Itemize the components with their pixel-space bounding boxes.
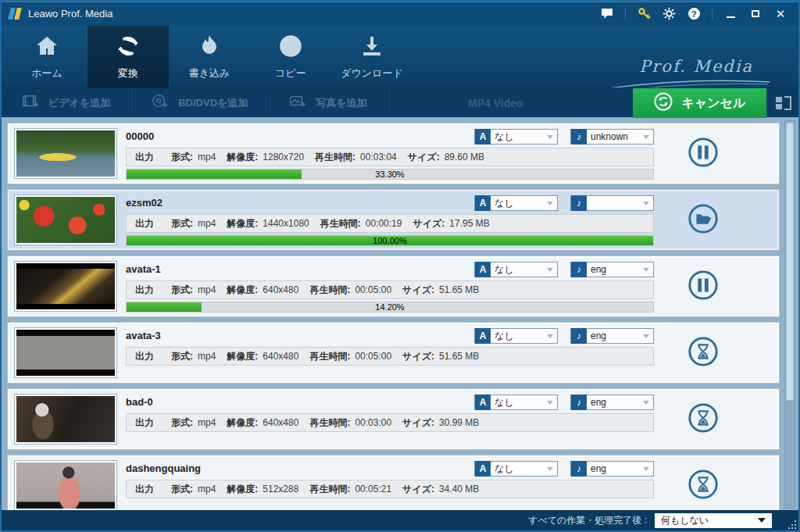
- disc-add-icon: [152, 94, 169, 112]
- settings-gear-icon[interactable]: [659, 6, 679, 22]
- app-window: Leawo Prof. Media ? ✕ ホーム: [0, 0, 800, 532]
- register-key-icon[interactable]: [634, 6, 654, 22]
- audio-select[interactable]: ♪: [570, 195, 654, 211]
- task-row[interactable]: 00000 A なし ♪ unknown: [7, 123, 780, 184]
- file-name: bad-0: [126, 395, 153, 412]
- duration-label: 再生時間:: [309, 416, 350, 430]
- subtitle-select[interactable]: A なし: [474, 328, 558, 344]
- size-value: 30.99 MB: [439, 417, 479, 428]
- audio-select[interactable]: ♪ unknown: [570, 129, 654, 145]
- duration-label: 再生時間:: [320, 217, 361, 230]
- output-label: 出力: [135, 416, 154, 430]
- output-label: 出力: [135, 151, 154, 164]
- toolbar: ビデオを追加 BD/DVDを追加 写真を追加 MP4 Video キャンセル: [2, 87, 798, 117]
- chevron-down-icon: [643, 401, 649, 405]
- help-icon[interactable]: ?: [684, 6, 704, 22]
- titlebar-separator: [712, 9, 712, 20]
- add-photo-button[interactable]: 写真を追加: [269, 88, 387, 117]
- convert-arrows-icon: [116, 34, 141, 61]
- audio-select[interactable]: ♪ eng: [570, 262, 654, 277]
- flame-icon: [197, 34, 222, 61]
- maximize-button[interactable]: [745, 6, 766, 22]
- audio-value: eng: [587, 397, 643, 408]
- format-value: mp4: [198, 484, 216, 495]
- video-thumbnail: [15, 328, 116, 377]
- progress-percent: 33.30%: [127, 170, 653, 180]
- film-add-icon: [22, 94, 39, 112]
- subtitle-select[interactable]: A なし: [474, 461, 558, 477]
- output-label: 出力: [135, 217, 154, 230]
- duration-value: 00:03:04: [360, 152, 397, 162]
- tab-convert[interactable]: 変換: [88, 26, 169, 87]
- chevron-down-icon: [643, 268, 649, 272]
- toolbar-separator: [388, 88, 388, 117]
- open-folder-button[interactable]: [687, 202, 720, 238]
- format-value: mp4: [198, 417, 216, 428]
- format-value: mp4: [198, 218, 216, 229]
- titlebar-separator: [625, 9, 626, 20]
- chevron-down-icon: [643, 135, 649, 139]
- task-row[interactable]: dashengquaing A なし ♪ eng: [7, 455, 780, 510]
- size-label: サイズ:: [412, 217, 445, 230]
- after-task-select[interactable]: 何もしない: [655, 513, 772, 528]
- resolution-label: 解像度:: [227, 284, 258, 297]
- subtitle-icon: A: [475, 262, 491, 277]
- duration-value: 00:05:00: [355, 351, 391, 362]
- tab-label: 変換: [118, 66, 138, 80]
- add-bd-dvd-button[interactable]: BD/DVDを追加: [131, 88, 268, 117]
- video-thumbnail: [15, 195, 116, 245]
- task-row[interactable]: bad-0 A なし ♪ eng: [7, 388, 780, 450]
- after-task-value: 何もしない: [661, 514, 709, 527]
- task-row[interactable]: avata-3 A なし ♪ eng: [7, 322, 780, 384]
- vertical-scrollbar[interactable]: [784, 120, 795, 509]
- main-navigation: ホーム 変換 書き込み コピー ダウンロード Prof. Media: [2, 26, 798, 87]
- subtitle-select[interactable]: A なし: [474, 129, 558, 145]
- size-label: サイズ:: [402, 284, 434, 297]
- panel-toggle-icon[interactable]: [773, 94, 794, 112]
- file-name: dashengquaing: [126, 461, 201, 478]
- resize-grip[interactable]: [788, 520, 797, 529]
- close-button[interactable]: ✕: [770, 6, 791, 22]
- tab-label: コピー: [275, 66, 306, 80]
- tab-download[interactable]: ダウンロード: [331, 26, 412, 87]
- output-info-bar: 出力 形式:mp4 解像度:640x480 再生時間:00:05:00 サイズ:…: [126, 280, 654, 299]
- task-row[interactable]: ezsm02 A なし ♪: [7, 189, 780, 251]
- tab-copy[interactable]: コピー: [250, 26, 331, 87]
- subtitle-value: なし: [491, 462, 547, 476]
- resolution-label: 解像度:: [227, 350, 258, 363]
- audio-select[interactable]: ♪ eng: [570, 328, 654, 344]
- subtitle-select[interactable]: A なし: [474, 195, 558, 211]
- subtitle-value: なし: [491, 130, 547, 144]
- subtitle-select[interactable]: A なし: [474, 395, 558, 410]
- format-label: 形式:: [171, 350, 193, 363]
- cancel-button[interactable]: キャンセル: [633, 88, 766, 118]
- pause-button[interactable]: [687, 269, 720, 305]
- feedback-icon[interactable]: [597, 6, 617, 22]
- minimize-button[interactable]: [720, 6, 741, 22]
- audio-select[interactable]: ♪ eng: [570, 461, 654, 477]
- subtitle-icon: A: [475, 129, 491, 145]
- tab-label: ホーム: [31, 66, 62, 80]
- size-value: 51.65 MB: [439, 284, 479, 295]
- output-info-bar: 出力 形式:mp4 解像度:1440x1080 再生時間:00:00:19 サイ…: [126, 214, 654, 233]
- add-video-button[interactable]: ビデオを追加: [2, 88, 130, 117]
- scrollbar-thumb[interactable]: [786, 123, 794, 401]
- chevron-down-icon: [547, 467, 553, 471]
- progress-percent: 100.00%: [127, 236, 653, 246]
- audio-select[interactable]: ♪ eng: [570, 395, 654, 410]
- subtitle-select[interactable]: A なし: [474, 262, 558, 277]
- resolution-value: 640x480: [262, 351, 298, 362]
- tab-burn[interactable]: 書き込み: [169, 26, 250, 87]
- output-label: 出力: [135, 284, 154, 297]
- resolution-label: 解像度:: [227, 151, 258, 164]
- format-label: 形式:: [171, 416, 193, 430]
- pause-button[interactable]: [687, 136, 720, 172]
- size-label: サイズ:: [402, 416, 434, 430]
- download-icon: [359, 34, 384, 61]
- disc-icon: [278, 34, 303, 61]
- tab-home[interactable]: ホーム: [6, 26, 88, 87]
- format-value: mp4: [198, 152, 216, 162]
- progress-bar: 33.30%: [126, 169, 654, 180]
- video-thumbnail: [15, 395, 116, 444]
- task-row[interactable]: avata-1 A なし ♪ eng: [7, 255, 780, 317]
